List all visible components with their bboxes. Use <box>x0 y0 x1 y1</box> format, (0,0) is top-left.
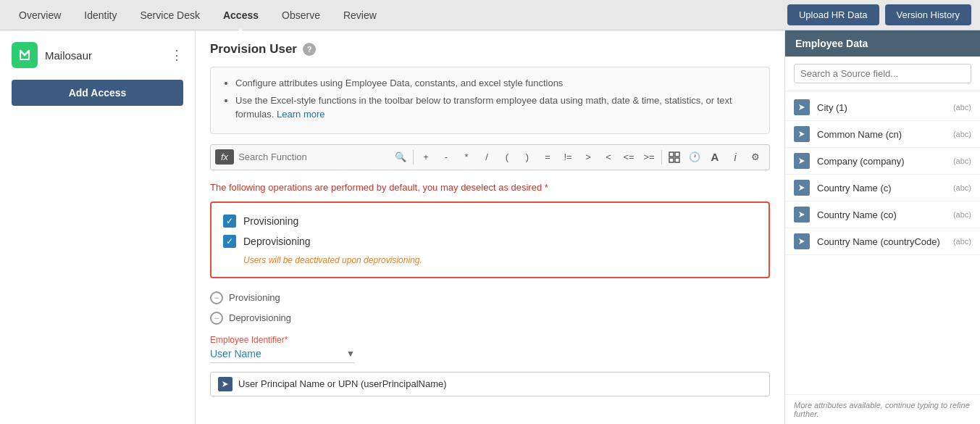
provisioning-row: ✓ Provisioning <box>223 215 757 228</box>
field-type: (abc) <box>953 103 971 112</box>
field-type: (abc) <box>953 130 971 138</box>
page-title: Provision User <box>210 42 297 57</box>
field-icon <box>794 180 810 196</box>
field-icon <box>794 233 810 249</box>
field-type: (abc) <box>953 210 971 219</box>
toolbar-divider-2 <box>661 150 662 165</box>
upn-row: User Principal Name or UPN (userPrincipa… <box>210 372 770 396</box>
employee-identifier-select[interactable]: User Name ▼ <box>210 348 355 363</box>
info-bullet-1: Configure attributes using Employee Data… <box>235 76 758 91</box>
employee-data-panel: Employee Data City (1) (abc) Common Name… <box>784 30 980 424</box>
field-name: Country Name (co) <box>817 209 943 220</box>
circle-minus-deprovisioning[interactable]: − <box>210 312 223 325</box>
minus-icon[interactable]: - <box>437 148 456 167</box>
field-icon <box>794 126 810 142</box>
section-deprovisioning-label: Deprovisioning <box>229 312 291 323</box>
multiply-icon[interactable]: * <box>457 148 476 167</box>
list-item[interactable]: Country Name (c) (abc) <box>785 175 980 201</box>
svg-rect-1 <box>675 152 679 157</box>
list-item[interactable]: City (1) (abc) <box>785 94 980 121</box>
svg-rect-0 <box>669 152 674 157</box>
more-options-icon[interactable]: ⋮ <box>170 47 183 63</box>
field-name: Common Name (cn) <box>817 129 943 140</box>
list-item[interactable]: Company (company) (abc) <box>785 148 980 175</box>
version-history-button[interactable]: Version History <box>885 4 971 25</box>
font-icon[interactable]: A <box>705 148 724 167</box>
grid-icon[interactable] <box>665 148 684 167</box>
nav-item-identity[interactable]: Identity <box>74 4 127 27</box>
upn-icon <box>218 377 233 391</box>
equals-icon[interactable]: = <box>538 148 557 167</box>
deprovisioning-note: Users will be deactivated upon deprovisi… <box>243 255 757 265</box>
open-paren-icon[interactable]: ( <box>498 148 516 167</box>
toolbar-divider-1 <box>413 150 414 165</box>
page-title-row: Provision User ? <box>210 42 770 57</box>
info-box: Configure attributes using Employee Data… <box>210 67 770 134</box>
svg-rect-2 <box>669 158 674 162</box>
greater-equal-icon[interactable]: >= <box>640 148 658 167</box>
list-item[interactable]: Common Name (cn) (abc) <box>785 121 980 148</box>
less-equal-icon[interactable]: <= <box>619 148 638 167</box>
circle-minus-provisioning[interactable]: − <box>210 291 223 304</box>
plus-icon[interactable]: + <box>416 148 435 167</box>
operations-box: ✓ Provisioning ✓ Deprovisioning Users wi… <box>210 201 770 278</box>
info-icon[interactable]: i <box>726 148 745 167</box>
help-icon[interactable]: ? <box>303 43 316 56</box>
deprovisioning-checkbox[interactable]: ✓ <box>223 235 236 248</box>
nav-item-observe[interactable]: Observe <box>272 4 330 27</box>
field-icon <box>794 99 810 115</box>
clock-icon[interactable]: 🕐 <box>685 148 704 167</box>
upload-hr-data-button[interactable]: Upload HR Data <box>787 4 879 25</box>
panel-search-area <box>785 57 980 91</box>
search-icon[interactable]: 🔍 <box>391 148 410 167</box>
list-item[interactable]: Country Name (countryCode) (abc) <box>785 228 980 255</box>
top-nav: Overview Identity Service Desk Access Ob… <box>0 0 980 30</box>
sidebar: Mailosaur ⋮ Add Access <box>0 30 196 424</box>
select-value: User Name <box>210 348 346 359</box>
field-type: (abc) <box>953 183 971 192</box>
provisioning-label: Provisioning <box>243 215 298 227</box>
divide-icon[interactable]: / <box>477 148 496 167</box>
settings-icon[interactable]: ⚙ <box>746 148 765 167</box>
main-content: Provision User ? Configure attributes us… <box>196 30 784 424</box>
sidebar-header: Mailosaur ⋮ <box>12 42 183 68</box>
info-bullet-2: Use the Excel-style functions in the too… <box>235 93 758 122</box>
checkmark-icon: ✓ <box>226 216 233 226</box>
field-icon <box>794 207 810 223</box>
svg-rect-3 <box>675 158 679 162</box>
logo-icon <box>12 42 38 68</box>
field-type: (abc) <box>953 157 971 165</box>
search-function-input[interactable] <box>238 151 390 162</box>
provisioning-checkbox[interactable]: ✓ <box>223 215 236 228</box>
deprovisioning-label: Deprovisioning <box>243 236 311 247</box>
nav-item-access[interactable]: Access <box>213 4 269 27</box>
nav-right-actions: Upload HR Data Version History <box>787 4 971 25</box>
not-equals-icon[interactable]: != <box>558 148 577 167</box>
learn-more-link[interactable]: Learn more <box>277 109 324 120</box>
panel-header: Employee Data <box>785 30 980 57</box>
field-name: Country Name (c) <box>817 183 943 194</box>
alert-text: The following operations are performed b… <box>210 182 770 193</box>
chevron-down-icon: ▼ <box>346 349 355 359</box>
add-access-button[interactable]: Add Access <box>12 80 183 106</box>
close-paren-icon[interactable]: ) <box>518 148 537 167</box>
less-than-icon[interactable]: < <box>599 148 618 167</box>
panel-footer-text: More attributes available, continue typi… <box>785 394 980 424</box>
section-deprovisioning: − Deprovisioning <box>210 310 770 326</box>
main-layout: Mailosaur ⋮ Add Access Provision User ? … <box>0 30 980 424</box>
deprovisioning-row: ✓ Deprovisioning <box>223 235 757 248</box>
field-name: Country Name (countryCode) <box>817 236 943 247</box>
source-field-search-input[interactable] <box>794 64 971 83</box>
required-star: * <box>285 335 288 345</box>
nav-items: Overview Identity Service Desk Access Ob… <box>9 4 787 27</box>
section-provisioning: − Provisioning <box>210 290 770 306</box>
formula-toolbar: fx 🔍 + - * / ( ) = != > < <= >= <box>210 144 770 170</box>
nav-item-overview[interactable]: Overview <box>9 4 71 27</box>
greater-than-icon[interactable]: > <box>579 148 598 167</box>
nav-item-review[interactable]: Review <box>333 4 387 27</box>
nav-item-service-desk[interactable]: Service Desk <box>130 4 210 27</box>
logo-text: Mailosaur <box>45 49 92 62</box>
employee-identifier-label: Employee Identifier* <box>210 335 770 345</box>
list-item[interactable]: Country Name (co) (abc) <box>785 201 980 228</box>
field-type: (abc) <box>953 237 971 246</box>
